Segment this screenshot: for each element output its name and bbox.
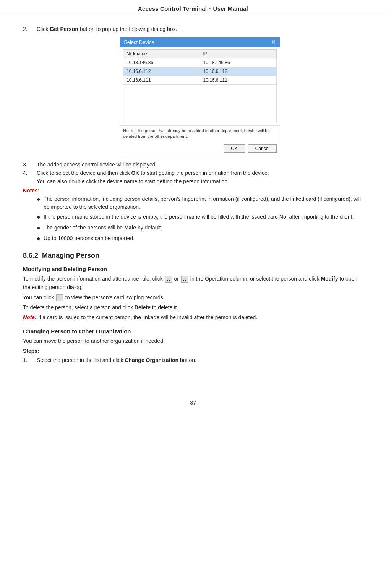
section-heading: 8.6.2 Managing Person (23, 252, 363, 260)
step-2-bold: Get Person (50, 26, 78, 32)
bullet-3-text: The gender of the persons will be Male b… (44, 224, 162, 232)
step-4-indent: You can also double click the device nam… (37, 178, 363, 184)
modifying-bold: Modify (321, 276, 338, 282)
table-row[interactable]: 10.16.6.111 10.16.6.111 (123, 76, 277, 85)
header-title: Access Control Terminal (138, 5, 207, 12)
dialog-title: Select Device (124, 39, 154, 45)
changing-step1-bold: Change Organization (125, 357, 178, 363)
row-1-nickname: 10.18.146.85 (123, 58, 200, 67)
list-item: ● Up to 10000 persons can be imported. (37, 234, 363, 243)
col-ip: IP (200, 50, 277, 58)
notes-label: Notes: (23, 187, 363, 194)
section-title: Managing Person (42, 252, 99, 259)
modifying-para3-post: to delete it. (151, 304, 178, 310)
card-icon: ☷ (56, 294, 63, 301)
dialog-wrapper: Select Device ✕ Nickname IP 10.18.146.85 (37, 37, 363, 156)
modifying-para1: To modify the person information and att… (23, 275, 363, 292)
modifying-note: Note: If a card is issued to the current… (23, 313, 363, 321)
note-label: Note: (23, 314, 37, 320)
dialog-buttons: OK Cancel (120, 142, 280, 156)
section-number: 8.6.2 (23, 252, 38, 259)
col-nickname: Nickname (123, 50, 200, 58)
modifying-para1-or: or (174, 276, 179, 282)
dialog-note: Note: If the person has already been add… (120, 125, 280, 142)
modifying-para1-post: in the Operation column, or select the p… (189, 276, 321, 282)
dialog-cancel-button[interactable]: Cancel (248, 144, 277, 153)
row-1-ip: 10.18.146.86 (200, 58, 277, 67)
dialog-close-button[interactable]: ✕ (271, 39, 276, 45)
table-row[interactable]: 10.18.146.85 10.18.146.86 (123, 58, 277, 67)
bullet-icon: ● (37, 195, 44, 204)
changing-step-1-num: 1. (23, 357, 37, 363)
step-4-num: 4. (23, 170, 37, 176)
step-2-num: 2. (23, 26, 37, 32)
modifying-heading: Modifying and Deleting Person (23, 266, 363, 272)
step-4-text: Click to select the device and then clic… (37, 170, 363, 176)
modifying-para2: You can click ☷ to view the person’s car… (23, 293, 363, 302)
modifying-para2-pre: You can click (23, 294, 55, 300)
page-footer: 87 (0, 400, 386, 414)
edit-icon: ☷ (165, 276, 172, 283)
bullet-icon: ● (37, 234, 44, 243)
table-row-empty (123, 85, 277, 123)
changing-step1-post: button. (178, 357, 196, 363)
step-3-text: The added access control device will be … (37, 162, 363, 168)
bullet-1-text: The person information, including person… (44, 195, 363, 211)
dialog-table-area: Nickname IP 10.18.146.85 10.18.146.86 10… (120, 47, 280, 125)
bullet-icon: ● (37, 213, 44, 222)
modifying-para2-post: to view the person’s card swiping record… (64, 294, 165, 300)
changing-step-1-text: Select the person in the list and click … (37, 357, 363, 363)
dialog-device-table: Nickname IP 10.18.146.85 10.18.146.86 10… (123, 49, 277, 123)
dialog-titlebar: Select Device ✕ (120, 37, 280, 47)
modifying-note-text: If a card is issued to the current perso… (37, 314, 257, 320)
step-2-text2: button to pop up the following dialog bo… (78, 26, 177, 32)
steps-bold: Steps: (23, 348, 39, 354)
step-4-text-pre: Click to select the device and then clic… (37, 170, 131, 176)
bullet-4-text: Up to 10000 persons can be imported. (44, 234, 135, 242)
table-row[interactable]: 10.16.6.112 10.16.6.112 (123, 67, 277, 76)
modifying-delete-bold: Delete (135, 304, 151, 310)
step-3: 3. The added access control device will … (23, 162, 363, 168)
row-3-nickname: 10.16.6.111 (123, 76, 200, 85)
changing-heading: Changing Person to Other Organization (23, 328, 363, 334)
edit2-icon: ☷ (181, 276, 188, 283)
changing-steps-label: Steps: (23, 347, 363, 355)
row-2-nickname: 10.16.6.112 (123, 67, 200, 76)
dialog-ok-button[interactable]: OK (224, 144, 245, 153)
list-item: ● The gender of the persons will be Male… (37, 224, 363, 233)
step-4: 4. Click to select the device and then c… (23, 170, 363, 176)
step-4-text2: to start getting the person information … (139, 170, 269, 176)
list-item: ● The person information, including pers… (37, 195, 363, 211)
page-header: Access Control Terminal·User Manual (0, 0, 386, 15)
select-device-dialog: Select Device ✕ Nickname IP 10.18.146.85 (120, 37, 280, 156)
step-3-num: 3. (23, 162, 37, 168)
page-number: 87 (190, 400, 196, 406)
step-4-bold: OK (131, 170, 139, 176)
row-3-ip: 10.16.6.111 (200, 76, 277, 85)
bullet-3-bold: Male (124, 225, 136, 231)
changing-step-1: 1. Select the person in the list and cli… (23, 357, 363, 363)
changing-step1-pre: Select the person in the list and click (37, 357, 125, 363)
modifying-para3-pre: To delete the person, select a person an… (23, 304, 135, 310)
step-2-text: Click Get Person button to pop up the fo… (37, 26, 363, 32)
page-content: 2. Click Get Person button to pop up the… (0, 22, 386, 377)
list-item: ● If the person name stored in the devic… (37, 213, 363, 222)
header-subtitle: User Manual (213, 5, 248, 12)
changing-para1: You can move the person to another organ… (23, 337, 363, 345)
step-2: 2. Click Get Person button to pop up the… (23, 26, 363, 32)
bullet-2-text: If the person name stored in the device … (44, 213, 354, 221)
notes-list: ● The person information, including pers… (37, 195, 363, 243)
header-dot: · (209, 5, 211, 12)
row-2-ip: 10.16.6.112 (200, 67, 277, 76)
modifying-para1-pre: To modify the person information and att… (23, 276, 164, 282)
modifying-para3: To delete the person, select a person an… (23, 303, 363, 312)
bullet-icon: ● (37, 223, 44, 233)
